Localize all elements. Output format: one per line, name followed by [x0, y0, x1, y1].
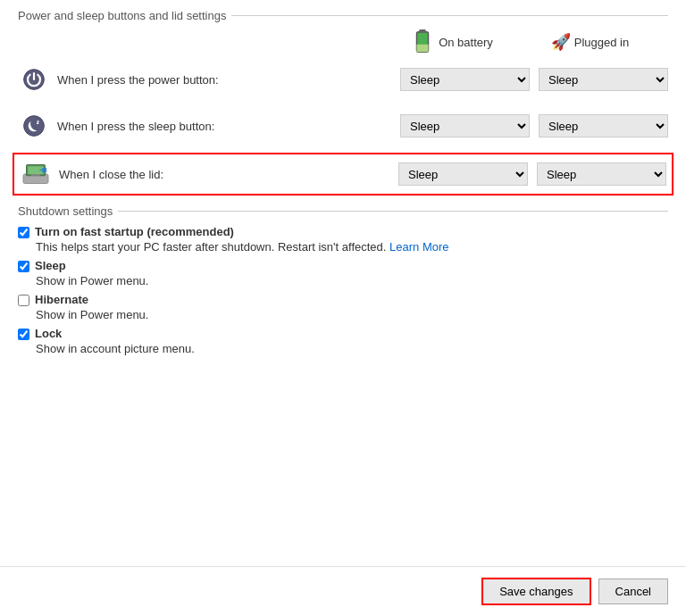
save-button[interactable]: Save changes	[481, 578, 590, 605]
lid-row: When I close the lid: Do nothing Sleep H…	[13, 153, 673, 196]
sleep-button-icon	[21, 113, 46, 138]
lid-label: When I close the lid:	[59, 168, 398, 181]
lock-item: Lock Show in account picture menu.	[18, 327, 668, 355]
svg-rect-1	[419, 29, 425, 33]
cancel-button[interactable]: Cancel	[598, 579, 668, 604]
hibernate-label[interactable]: Hibernate	[35, 293, 88, 306]
shutdown-section: Shutdown settings Turn on fast startup (…	[18, 204, 668, 355]
battery-icon	[410, 29, 435, 54]
section1-title-text: Power and sleep buttons and lid settings	[18, 9, 226, 22]
lid-battery-select[interactable]: Do nothing Sleep Hibernate Shut down	[398, 162, 528, 186]
lock-sublabel: Show in account picture menu.	[36, 342, 668, 355]
power-button-label: When I press the power button:	[57, 73, 400, 87]
section2-title-text: Shutdown settings	[18, 204, 113, 218]
section1-title: Power and sleep buttons and lid settings	[18, 9, 668, 22]
battery-label: On battery	[439, 36, 493, 49]
svg-point-4	[24, 116, 45, 137]
hibernate-sublabel: Show in Power menu.	[36, 308, 668, 321]
lid-battery-dropdown-wrapper: Do nothing Sleep Hibernate Shut down	[398, 162, 528, 186]
power-battery-dropdown-wrapper: Do nothing Sleep Hibernate Shut down	[400, 68, 530, 91]
sleep-plugged-select[interactable]: Do nothing Sleep Hibernate Shut down	[539, 114, 668, 137]
plugged-label: Plugged in	[574, 36, 629, 49]
svg-rect-8	[31, 174, 41, 176]
sleep-checkbox[interactable]	[18, 261, 29, 272]
sleep-button-label: When I press the sleep button:	[57, 120, 400, 133]
sleep-sublabel: Show in Power menu.	[36, 274, 668, 287]
sleep-row: Sleep	[18, 259, 668, 272]
plugged-header: 🚀 Plugged in	[521, 32, 659, 52]
lid-dropdowns: Do nothing Sleep Hibernate Shut down Do …	[398, 162, 666, 186]
power-button-icon	[21, 67, 46, 92]
sleep-battery-select[interactable]: Do nothing Sleep Hibernate Shut down	[400, 114, 530, 137]
svg-rect-2	[417, 45, 429, 52]
fast-startup-sublabel: This helps start your PC faster after sh…	[36, 240, 668, 254]
sleep-button-dropdowns: Do nothing Sleep Hibernate Shut down Do …	[400, 114, 668, 137]
power-button-row: When I press the power button: Do nothin…	[18, 60, 668, 99]
power-plugged-dropdown-wrapper: Do nothing Sleep Hibernate Shut down	[539, 68, 668, 91]
sleep-label[interactable]: Sleep	[35, 259, 66, 272]
lid-plugged-dropdown-wrapper: Do nothing Sleep Hibernate Shut down	[537, 162, 666, 186]
fast-startup-checkbox[interactable]	[18, 227, 29, 238]
sleep-battery-dropdown-wrapper: Do nothing Sleep Hibernate Shut down	[400, 114, 530, 137]
sleep-plugged-dropdown-wrapper: Do nothing Sleep Hibernate Shut down	[539, 114, 668, 137]
lid-plugged-select[interactable]: Do nothing Sleep Hibernate Shut down	[537, 162, 666, 186]
hibernate-item: Hibernate Show in Power menu.	[18, 293, 668, 321]
footer: Save changes Cancel	[0, 566, 686, 616]
battery-header: On battery	[382, 29, 521, 54]
plugged-icon: 🚀	[551, 32, 571, 52]
sleep-item: Sleep Show in Power menu.	[18, 259, 668, 287]
power-battery-select[interactable]: Do nothing Sleep Hibernate Shut down	[400, 68, 530, 91]
learn-more-link[interactable]: Learn More	[389, 240, 448, 254]
lock-row: Lock	[18, 327, 668, 340]
lock-label[interactable]: Lock	[35, 327, 62, 340]
section2-title: Shutdown settings	[18, 204, 668, 218]
column-headers: On battery 🚀 Plugged in	[18, 29, 668, 54]
fast-startup-item: Turn on fast startup (recommended) This …	[18, 225, 668, 254]
sleep-button-icon-container	[18, 110, 50, 142]
fast-startup-label[interactable]: Turn on fast startup (recommended)	[35, 225, 234, 238]
power-button-dropdowns: Do nothing Sleep Hibernate Shut down Do …	[400, 68, 668, 91]
lid-icon-container	[20, 158, 52, 190]
main-content: Power and sleep buttons and lid settings…	[0, 0, 686, 430]
hibernate-row: Hibernate	[18, 293, 668, 306]
power-plugged-select[interactable]: Do nothing Sleep Hibernate Shut down	[539, 68, 668, 91]
lid-icon	[20, 162, 52, 187]
lock-checkbox[interactable]	[18, 329, 29, 340]
hibernate-checkbox[interactable]	[18, 295, 29, 306]
power-button-icon-container	[18, 63, 50, 96]
sleep-button-row: When I press the sleep button: Do nothin…	[18, 106, 668, 146]
fast-startup-row: Turn on fast startup (recommended)	[18, 225, 668, 238]
